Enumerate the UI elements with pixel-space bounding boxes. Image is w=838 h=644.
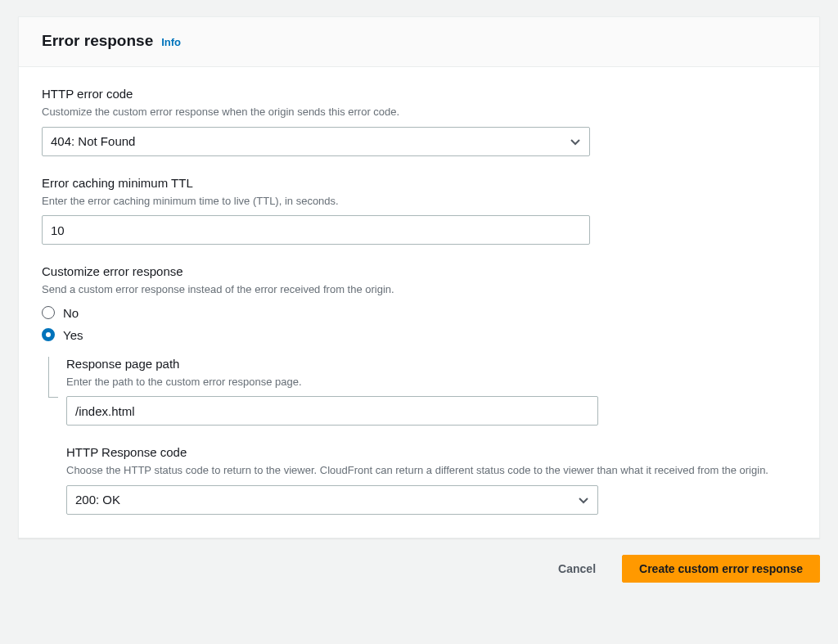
ttl-label: Error caching minimum TTL <box>42 176 796 190</box>
info-link[interactable]: Info <box>161 36 181 48</box>
http-error-code-select-wrap: 404: Not Found <box>42 127 590 156</box>
nested-section: Response page path Enter the path to the… <box>48 357 796 515</box>
nested-content: Response page path Enter the path to the… <box>48 357 796 515</box>
response-path-label: Response page path <box>66 357 796 371</box>
customize-radio-group: No Yes <box>42 306 796 342</box>
tree-connector-icon <box>48 357 58 398</box>
customize-label: Customize error response <box>42 264 796 278</box>
http-error-code-select[interactable]: 404: Not Found <box>42 127 590 156</box>
radio-icon <box>42 306 55 319</box>
radio-yes-label: Yes <box>63 328 83 342</box>
response-path-group: Response page path Enter the path to the… <box>66 357 796 426</box>
customize-radio-no[interactable]: No <box>42 306 796 320</box>
ttl-group: Error caching minimum TTL Enter the erro… <box>42 176 796 245</box>
panel-body: HTTP error code Customize the custom err… <box>19 67 819 538</box>
cancel-button[interactable]: Cancel <box>542 555 612 583</box>
customize-group: Customize error response Send a custom e… <box>42 264 796 342</box>
ttl-hint: Enter the error caching minimum time to … <box>42 193 796 209</box>
ttl-input[interactable] <box>42 215 590 245</box>
response-code-select[interactable]: 200: OK <box>66 485 598 515</box>
customize-hint: Send a custom error response instead of … <box>42 281 796 298</box>
http-error-code-label: HTTP error code <box>42 87 796 101</box>
customize-radio-yes[interactable]: Yes <box>42 328 796 342</box>
error-response-panel: Error response Info HTTP error code Cust… <box>18 16 820 538</box>
radio-icon <box>42 328 55 341</box>
panel-header: Error response Info <box>19 17 819 67</box>
response-path-hint: Enter the path to the custom error respo… <box>66 374 796 390</box>
footer-actions: Cancel Create custom error response <box>18 555 820 583</box>
create-button[interactable]: Create custom error response <box>622 555 820 583</box>
response-code-select-wrap: 200: OK <box>66 485 598 515</box>
response-code-hint: Choose the HTTP status code to return to… <box>66 462 796 479</box>
http-error-code-group: HTTP error code Customize the custom err… <box>42 87 796 156</box>
response-code-group: HTTP Response code Choose the HTTP statu… <box>66 445 796 515</box>
radio-no-label: No <box>63 306 79 320</box>
panel-title: Error response <box>42 32 153 49</box>
response-path-input[interactable] <box>66 396 598 426</box>
http-error-code-hint: Customize the custom error response when… <box>42 104 796 120</box>
response-code-label: HTTP Response code <box>66 445 796 459</box>
